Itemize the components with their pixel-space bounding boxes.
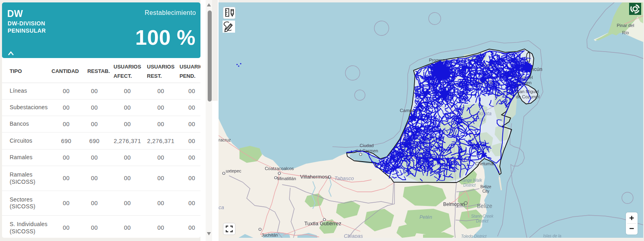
svg-text:Chetumal: Chetumal	[475, 161, 494, 166]
svg-text:Belmopan: Belmopan	[443, 202, 465, 207]
svg-text:uxtepec: uxtepec	[226, 168, 242, 173]
svg-text:racruz: racruz	[219, 137, 231, 142]
svg-text:Stann Creek: Stann Creek	[471, 214, 494, 218]
svg-text:Belize: Belize	[477, 203, 492, 209]
svg-text:Islas de la: Islas de la	[543, 234, 561, 238]
svg-text:ca: ca	[219, 204, 224, 210]
svg-text:District: District	[463, 183, 476, 187]
svg-text:Belize: Belize	[480, 185, 491, 189]
svg-text:Juchitán: Juchitán	[262, 233, 278, 237]
svg-text:Petén: Petén	[419, 214, 432, 220]
svg-text:Tabasco: Tabasco	[334, 175, 354, 181]
svg-text:Toledo District: Toledo District	[461, 234, 487, 238]
svg-text:Villahermosa: Villahermosa	[300, 174, 331, 180]
svg-text:Río: Río	[622, 30, 629, 35]
svg-text:Coatzacoalcos: Coatzacoalcos	[265, 166, 294, 171]
svg-text:range Walk: range Walk	[462, 178, 482, 183]
svg-text:Chiapas: Chiapas	[344, 233, 363, 238]
svg-text:Pinar del: Pinar del	[617, 23, 634, 28]
svg-text:Ciudad: Ciudad	[360, 143, 374, 148]
svg-text:Minatitlán: Minatitlán	[277, 176, 296, 181]
svg-text:Tuxtla Gutiérrez: Tuxtla Gutiérrez	[304, 220, 341, 226]
svg-text:District: District	[476, 219, 489, 223]
svg-text:de Cozumel: de Cozumel	[516, 94, 540, 99]
svg-text:City: City	[482, 189, 489, 193]
